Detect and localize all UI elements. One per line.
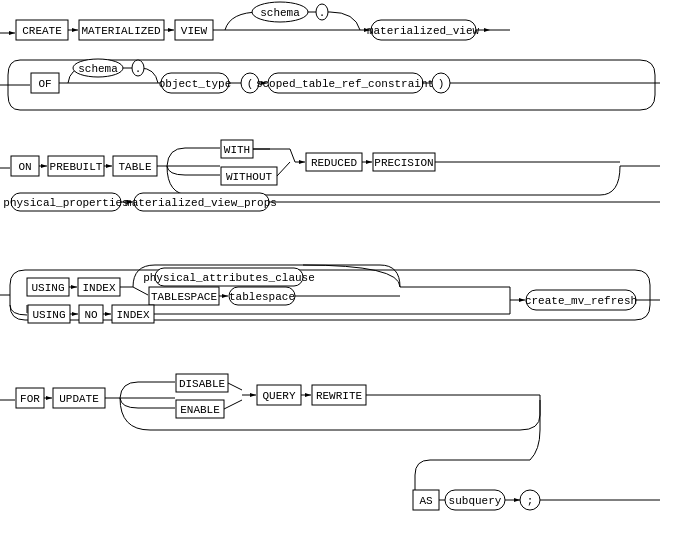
using-label-1: USING	[31, 282, 64, 294]
object-type-label: object_type	[159, 78, 232, 90]
svg-line-44	[133, 287, 148, 295]
matview-label: materialized_view	[367, 25, 480, 37]
update-label: UPDATE	[59, 393, 99, 405]
physical-attrs-label: physical_attributes_clause	[143, 272, 315, 284]
of-label: OF	[38, 78, 51, 90]
disable-label: DISABLE	[179, 378, 226, 390]
materialized-label: MATERIALIZED	[81, 25, 161, 37]
svg-text:.: .	[135, 63, 142, 75]
prebuilt-label: PREBUILT	[50, 161, 103, 173]
no-label: NO	[84, 309, 98, 321]
query-label: QUERY	[262, 390, 295, 402]
table-label-1: TABLE	[118, 161, 151, 173]
on-label: ON	[18, 161, 31, 173]
as-label: AS	[419, 495, 433, 507]
enable-label: ENABLE	[180, 404, 220, 416]
svg-line-34	[290, 149, 295, 162]
semicolon-label: ;	[527, 495, 534, 507]
reduced-label: REDUCED	[311, 157, 358, 169]
create-label: CREATE	[22, 25, 62, 37]
view-label: VIEW	[181, 25, 208, 37]
svg-line-32	[277, 162, 290, 176]
for-label: FOR	[20, 393, 40, 405]
index-label-1: INDEX	[82, 282, 115, 294]
using-label-2: USING	[32, 309, 65, 321]
scoped-table-ref-label: scoped_table_ref_constraint	[256, 78, 434, 90]
dot-text-1: .	[319, 7, 326, 19]
rewrite-label: REWRITE	[316, 390, 363, 402]
without-label: WITHOUT	[226, 171, 273, 183]
mv-props-label: materialized_view_props	[125, 197, 277, 209]
create-mv-refresh-label: create_mv_refresh	[525, 295, 637, 307]
tablespace-label: TABLESPACE	[151, 291, 217, 303]
index-label-2: INDEX	[116, 309, 149, 321]
subquery-label: subquery	[449, 495, 502, 507]
syntax-diagram: CREATE MATERIALIZED VIEW schema . materi…	[0, 0, 678, 534]
precision-label: PRECISION	[374, 157, 433, 169]
svg-text:schema: schema	[78, 63, 118, 75]
svg-line-61	[224, 400, 242, 409]
svg-text:): )	[438, 78, 445, 90]
svg-line-60	[228, 383, 242, 390]
physical-properties-label: physical_properties	[3, 197, 128, 209]
svg-text:(: (	[247, 78, 254, 90]
schema-text-1: schema	[260, 7, 300, 19]
with-label: WITH	[224, 144, 250, 156]
tablespace-text: tablespace	[229, 291, 295, 303]
